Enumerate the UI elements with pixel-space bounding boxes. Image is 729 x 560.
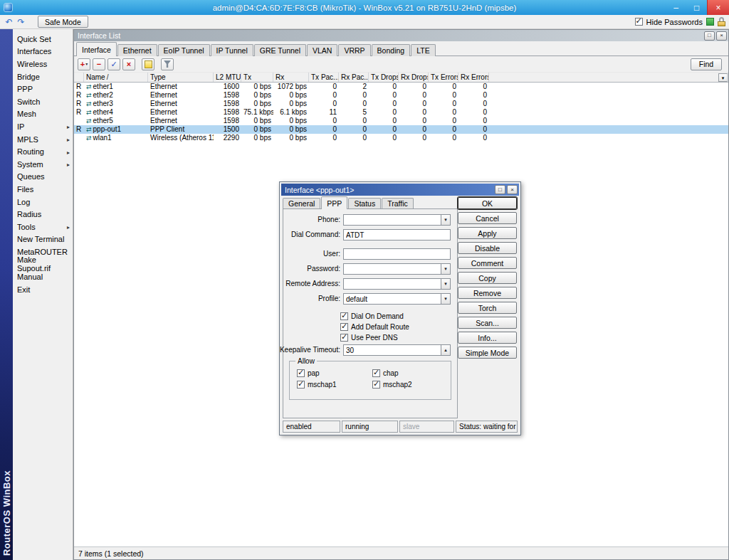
ppp-option-checkbox[interactable]: Add Default Route — [340, 322, 409, 332]
sidebar-item[interactable]: Wireless — [13, 58, 73, 70]
sidebar-item[interactable]: Switch — [13, 95, 73, 108]
interface-row[interactable]: R ppp-out1 PPP Client 1500 0 bps 0 bps 0… — [74, 125, 728, 134]
interface-list-tab[interactable]: Bonding — [372, 44, 411, 56]
sidebar-item[interactable]: Radius — [13, 208, 73, 221]
interface-row[interactable]: R ether2 Ethernet 1598 0 bps 0 bps 0 0 0… — [74, 91, 728, 100]
profile-dropdown-icon[interactable] — [441, 293, 451, 305]
column-header-rx-drops[interactable]: Rx Drops — [399, 73, 429, 82]
interface-list-tab[interactable]: EoIP Tunnel — [158, 44, 210, 56]
keepalive-timeout-input[interactable] — [343, 344, 441, 356]
find-button[interactable]: Find — [691, 58, 722, 70]
sidebar-item[interactable]: Interfaces — [13, 46, 73, 58]
column-header-name[interactable]: Name/ — [84, 73, 148, 82]
sidebar-item[interactable]: MPLS — [13, 133, 73, 146]
keepalive-spin-up-icon[interactable] — [441, 344, 451, 356]
remote-address-dropdown-icon[interactable] — [441, 278, 451, 290]
ppp-option-checkbox[interactable]: Use Peer DNS — [340, 332, 409, 343]
interface-list-tab[interactable]: Ethernet — [117, 44, 157, 56]
password-input[interactable] — [343, 263, 441, 275]
sidebar-item[interactable]: Quick Set — [13, 33, 73, 46]
sidebar-item[interactable]: IP — [13, 120, 73, 133]
interface-row[interactable]: ether5 Ethernet 1598 0 bps 0 bps 0 0 0 0… — [74, 117, 728, 125]
back-icon[interactable]: ↶ — [4, 16, 14, 27]
disable-interface-button[interactable]: × — [122, 58, 135, 70]
window-titlebar[interactable]: admin@D4:CA:6D:7E:F8:CB (MikroTik) - Win… — [0, 0, 729, 15]
column-header-flags[interactable] — [74, 73, 84, 82]
sidebar-item[interactable]: New Terminal — [13, 233, 73, 246]
dialog-titlebar[interactable]: Interface <ppp-out1> □ × — [281, 184, 519, 196]
safe-mode-button[interactable]: Safe Mode — [38, 16, 88, 28]
phone-dropdown-icon[interactable] — [441, 214, 451, 226]
phone-input[interactable] — [343, 214, 441, 226]
sidebar-item[interactable]: Exit — [13, 283, 73, 296]
dialog-button[interactable]: Disable — [458, 242, 517, 254]
interface-row[interactable]: R ether1 Ethernet 1600 0 bps 1072 bps 0 … — [74, 83, 728, 91]
allow-option-checkbox[interactable]: pap — [297, 368, 372, 379]
interface-list-titlebar[interactable]: Interface List □ × — [74, 30, 728, 41]
maximize-button[interactable]: □ — [686, 0, 707, 15]
dial-command-input[interactable] — [343, 229, 451, 241]
sidebar-item[interactable]: Files — [13, 183, 73, 196]
close-button[interactable]: × — [707, 0, 729, 15]
add-interface-button[interactable]: +▾ — [78, 58, 90, 70]
allow-option-checkbox[interactable]: chap — [372, 368, 448, 379]
profile-select[interactable] — [343, 293, 441, 305]
column-header-rx-errors[interactable]: Rx Errors — [458, 73, 489, 82]
comment-button[interactable] — [142, 58, 154, 70]
column-header-l2mtu[interactable]: L2 MTU — [214, 73, 241, 82]
interface-list-tab[interactable]: VRRP — [338, 44, 370, 56]
column-header-type[interactable]: Type — [148, 73, 214, 82]
column-header-rx[interactable]: Rx — [273, 73, 309, 82]
dialog-tab[interactable]: Status — [348, 198, 381, 208]
allow-option-checkbox[interactable]: mschap1 — [297, 379, 372, 390]
column-header-tx-drops[interactable]: Tx Drops — [369, 73, 399, 82]
column-header-tx-errors[interactable]: Tx Errors — [429, 73, 458, 82]
user-input[interactable] — [343, 248, 451, 260]
dialog-button[interactable]: Simple Mode — [458, 347, 517, 359]
interface-list-tab[interactable]: Interface — [76, 42, 117, 56]
minimize-button[interactable]: – — [666, 0, 686, 15]
dialog-tab[interactable]: General — [283, 198, 320, 208]
restore-icon[interactable]: □ — [495, 185, 505, 194]
hide-passwords-checkbox[interactable] — [635, 18, 643, 26]
restore-icon[interactable]: □ — [704, 31, 715, 41]
interface-row[interactable]: R ether4 Ethernet 1598 75.1 kbps 6.1 kbp… — [74, 108, 728, 117]
column-header-tx-packets[interactable]: Tx Pac... — [309, 73, 339, 82]
dialog-button[interactable]: Cancel — [458, 212, 517, 224]
column-header-rx-packets[interactable]: Rx Pac... — [339, 73, 369, 82]
dialog-button[interactable]: Comment — [458, 257, 517, 269]
sidebar-item[interactable]: Make Supout.rif — [13, 258, 73, 271]
interface-list-tab[interactable]: LTE — [411, 44, 435, 56]
sidebar-item[interactable]: Mesh — [13, 108, 73, 121]
column-header-tx[interactable]: Tx — [241, 73, 273, 82]
filter-button[interactable] — [161, 58, 174, 70]
remote-address-input[interactable] — [343, 278, 441, 290]
password-dropdown-icon[interactable] — [441, 263, 451, 275]
interface-list-tab[interactable]: VLAN — [307, 44, 337, 56]
allow-option-checkbox[interactable]: mschap2 — [372, 379, 448, 390]
dialog-button[interactable]: Info... — [458, 332, 517, 344]
sidebar-item[interactable]: Bridge — [13, 70, 73, 83]
interface-row[interactable]: wlan1 Wireless (Atheros 11N) 2290 0 bps … — [74, 134, 728, 142]
close-icon[interactable]: × — [507, 185, 518, 194]
dialog-tab[interactable]: Traffic — [382, 198, 414, 208]
sidebar-item[interactable]: Routing — [13, 145, 73, 158]
dialog-tab[interactable]: PPP — [321, 196, 347, 209]
dialog-button[interactable]: Remove — [458, 287, 517, 299]
interface-row[interactable]: R ether3 Ethernet 1598 0 bps 0 bps 0 0 0… — [74, 100, 728, 108]
ppp-option-checkbox[interactable]: Dial On Demand — [340, 311, 409, 322]
dialog-button[interactable]: OK — [458, 197, 517, 209]
dialog-button[interactable]: Copy — [458, 272, 517, 284]
sidebar-item[interactable]: Log — [13, 196, 73, 208]
sidebar-item[interactable]: Tools — [13, 221, 73, 233]
dialog-button[interactable]: Scan... — [458, 317, 517, 329]
column-selector-icon[interactable]: ▾ — [718, 73, 728, 82]
sidebar-item[interactable]: System — [13, 158, 73, 171]
forward-icon[interactable]: ↷ — [16, 16, 26, 27]
dialog-button[interactable]: Torch — [458, 302, 517, 314]
sidebar-item[interactable]: Queues — [13, 171, 73, 184]
remove-interface-button[interactable]: − — [93, 58, 105, 70]
dialog-button[interactable]: Apply — [458, 227, 517, 239]
enable-interface-button[interactable]: ✓ — [107, 58, 120, 70]
close-icon[interactable]: × — [716, 31, 727, 41]
